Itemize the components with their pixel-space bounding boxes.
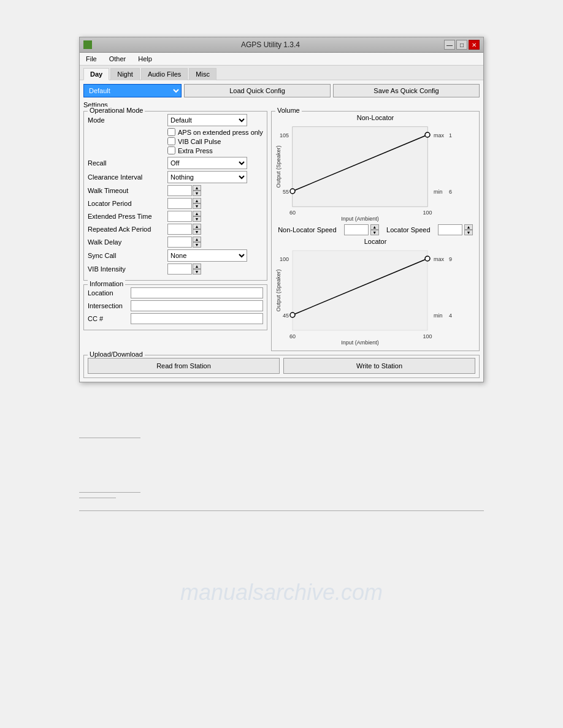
location-input[interactable] <box>131 287 263 298</box>
non-locator-speed-field[interactable]: 100 <box>344 224 369 235</box>
mode-dropdown[interactable]: Default <box>167 114 247 126</box>
walk-timeout-up[interactable]: ▲ <box>193 185 201 191</box>
repeated-ack-label: Repeated Ack Period <box>88 226 167 233</box>
non-locator-svg: 55 105 max 105 min 65 60 100 <box>274 124 452 222</box>
repeated-ack-spinner-btns: ▲ ▼ <box>193 224 201 235</box>
config-dropdown[interactable]: Default <box>83 84 182 97</box>
recall-row: Recall Off <box>88 157 263 169</box>
read-from-station-button[interactable]: Read from Station <box>88 358 280 374</box>
vib-intensity-spinner: 100 ▲ ▼ <box>167 264 201 275</box>
tab-night[interactable]: Night <box>110 68 140 80</box>
walk-delay-up[interactable]: ▲ <box>193 237 201 242</box>
svg-text:100: 100 <box>423 210 432 216</box>
cc-input[interactable] <box>131 313 263 324</box>
location-label: Location <box>88 289 131 297</box>
svg-text:100: 100 <box>423 333 432 339</box>
locator-period-input[interactable]: 1 <box>167 198 192 209</box>
tab-day[interactable]: Day <box>83 68 109 80</box>
vib-intensity-input[interactable]: 100 <box>167 264 192 275</box>
close-button[interactable]: ✕ <box>469 40 480 50</box>
walk-delay-down[interactable]: ▼ <box>193 242 201 248</box>
locator-speed-input: 100 ▲ ▼ <box>438 224 473 235</box>
volume-group-label: Volume <box>275 107 302 114</box>
menu-bar: File Other Help <box>80 53 483 66</box>
menu-file[interactable]: File <box>83 54 99 64</box>
save-quick-config-button[interactable]: Save As Quick Config <box>333 84 480 97</box>
vib-intensity-down[interactable]: ▼ <box>193 269 201 275</box>
locator-period-label: Locator Period <box>88 200 167 207</box>
non-locator-speed-down[interactable]: ▼ <box>370 230 379 235</box>
main-window: AGPS Utility 1.3.4 — □ ✕ File Other Help… <box>79 37 484 382</box>
minimize-button[interactable]: — <box>444 40 455 50</box>
svg-text:60: 60 <box>289 333 296 339</box>
svg-text:65: 65 <box>449 189 452 195</box>
app-icon <box>83 40 92 49</box>
locator-period-down[interactable]: ▼ <box>193 203 201 209</box>
extra-press-label: Extra Press <box>178 147 213 154</box>
locator-speed-down[interactable]: ▼ <box>464 230 473 235</box>
vib-call-checkbox-row: VIB Call Pulse <box>167 137 263 145</box>
svg-point-18 <box>425 256 430 261</box>
vib-intensity-row: VIB Intensity 100 ▲ ▼ <box>88 264 263 275</box>
extended-press-input[interactable]: 1 <box>167 211 192 222</box>
bottom-lines <box>79 407 484 560</box>
svg-point-3 <box>290 189 295 194</box>
tab-audio-files[interactable]: Audio Files <box>141 68 188 80</box>
non-locator-speed-up[interactable]: ▲ <box>370 224 379 230</box>
title-bar: AGPS Utility 1.3.4 — □ ✕ <box>80 37 483 53</box>
extended-press-up[interactable]: ▲ <box>193 211 201 216</box>
recall-label: Recall <box>88 159 167 167</box>
mode-control: Default <box>167 114 263 126</box>
locator-speed-field[interactable]: 100 <box>438 224 462 235</box>
quick-config-row: Default Load Quick Config Save As Quick … <box>83 84 480 97</box>
walk-timeout-row: Walk Timeout 7 ▲ ▼ <box>88 185 263 196</box>
clearance-dropdown[interactable]: Nothing <box>167 171 247 183</box>
vib-call-checkbox[interactable] <box>167 137 175 145</box>
menu-other[interactable]: Other <box>107 54 129 64</box>
menu-help[interactable]: Help <box>136 54 155 64</box>
repeated-ack-row: Repeated Ack Period 0 ▲ ▼ <box>88 224 263 235</box>
walk-delay-row: Walk Delay 0 ▲ ▼ <box>88 237 263 248</box>
walk-timeout-input[interactable]: 7 <box>167 185 192 196</box>
load-quick-config-button[interactable]: Load Quick Config <box>184 84 331 97</box>
repeated-ack-up[interactable]: ▲ <box>193 224 201 229</box>
vib-intensity-up[interactable]: ▲ <box>193 264 201 269</box>
volume-group: Volume Non-Locator <box>271 111 480 351</box>
svg-point-17 <box>290 313 295 317</box>
recall-dropdown[interactable]: Off <box>167 157 247 169</box>
walk-delay-input[interactable]: 0 <box>167 237 192 248</box>
aps-checkbox[interactable] <box>167 128 175 136</box>
locator-title: Locator <box>274 238 477 245</box>
svg-rect-15 <box>293 251 427 330</box>
svg-text:40: 40 <box>449 313 452 319</box>
sync-call-label: Sync Call <box>88 252 167 259</box>
extra-press-checkbox[interactable] <box>167 146 175 154</box>
repeated-ack-down[interactable]: ▼ <box>193 229 201 235</box>
extra-press-checkbox-row: Extra Press <box>167 146 263 154</box>
non-locator-title: Non-Locator <box>274 114 477 121</box>
upload-download-label: Upload/Download <box>88 351 145 358</box>
locator-speed-up[interactable]: ▲ <box>464 224 473 230</box>
maximize-button[interactable]: □ <box>456 40 467 50</box>
tab-misc[interactable]: Misc <box>189 68 216 80</box>
window-title: AGPS Utility 1.3.4 <box>97 40 444 49</box>
extended-press-spinner: 1 ▲ ▼ <box>167 211 201 222</box>
location-row: Location <box>88 287 263 298</box>
extended-press-down[interactable]: ▼ <box>193 216 201 222</box>
walk-timeout-down[interactable]: ▼ <box>193 191 201 196</box>
extended-press-spinner-btns: ▲ ▼ <box>193 211 201 222</box>
intersection-input[interactable] <box>131 300 263 311</box>
svg-text:min: min <box>434 313 443 319</box>
non-locator-speed-input: 100 ▲ ▼ <box>344 224 379 235</box>
locator-period-up[interactable]: ▲ <box>193 198 201 203</box>
walk-delay-spinner: 0 ▲ ▼ <box>167 237 201 248</box>
locator-svg: 45 100 max 90 min 40 60 100 <box>274 248 452 346</box>
intersection-label: Intersection <box>88 302 131 309</box>
tabs-bar: Day Night Audio Files Misc <box>80 66 483 80</box>
repeated-ack-input[interactable]: 0 <box>167 224 192 235</box>
sync-call-row: Sync Call None <box>88 249 263 262</box>
mode-row: Mode Default <box>88 114 263 126</box>
sync-call-dropdown[interactable]: None <box>167 249 247 262</box>
write-to-station-button[interactable]: Write to Station <box>283 358 475 374</box>
clearance-label: Clearance Interval <box>88 173 167 181</box>
